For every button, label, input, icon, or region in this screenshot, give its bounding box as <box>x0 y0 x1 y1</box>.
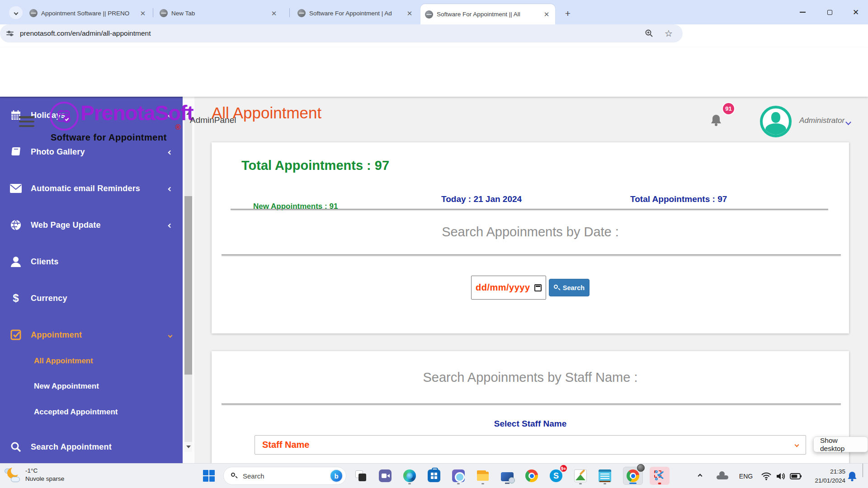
notification-count-badge: 91 <box>722 102 735 115</box>
divider <box>231 209 828 210</box>
admin-panel-label: AdminPanel <box>190 115 236 125</box>
date-picker-calendar-icon[interactable] <box>534 284 542 291</box>
tab-separator <box>289 8 290 17</box>
sidebar-item-clients[interactable]: Clients <box>0 251 183 272</box>
photos-icon <box>452 469 465 482</box>
sidebar-item-web-page-update[interactable]: Web Page Update <box>0 215 183 235</box>
globe-icon <box>10 220 22 230</box>
new-tab-button[interactable]: + <box>561 7 574 20</box>
tab-search-button[interactable] <box>9 6 23 19</box>
sidebar-subitem-all-appointment[interactable]: All Appointment <box>0 352 183 370</box>
prenotasoft-logo-icon[interactable] <box>50 102 79 131</box>
site-settings-icon[interactable] <box>6 30 14 37</box>
notepad-icon <box>599 469 611 482</box>
notes-app-button[interactable] <box>595 467 615 485</box>
chevron-left-icon <box>169 221 172 229</box>
sidebar-item-search-appointment[interactable]: Search Appointment <box>0 436 183 457</box>
edge-app-button[interactable] <box>400 467 420 485</box>
divider <box>222 404 841 404</box>
image-editor-icon <box>574 469 587 482</box>
staff-name-select[interactable]: Staff Name <box>255 435 806 455</box>
taskbar-search-box[interactable]: Search b <box>223 467 346 485</box>
search-placeholder: Search <box>243 472 330 480</box>
tab-1[interactable]: Appointment Software || PRENO ✕ <box>25 4 151 22</box>
image-editor-app-button[interactable] <box>571 467 590 485</box>
search-by-date-button[interactable]: Search <box>549 279 590 296</box>
skype-notification-badge: 9+ <box>559 464 568 473</box>
sidebar-item-currency[interactable]: $ Currency <box>0 288 183 309</box>
user-menu-chevron-down-icon[interactable] <box>846 118 850 126</box>
wifi-icon <box>761 472 771 480</box>
file-explorer-button[interactable] <box>473 467 493 485</box>
browser-tab-strip: Appointment Software || PRENO ✕ New Tab … <box>0 0 868 24</box>
sidebar-subitem-accepted-appointment[interactable]: Accepted Appointment <box>0 403 183 421</box>
tab-separator <box>153 8 153 17</box>
notification-center-button[interactable] <box>844 464 860 488</box>
tab-favicon-icon <box>160 9 168 17</box>
tab-2[interactable]: New Tab ✕ <box>155 4 283 22</box>
taskbar-weather-widget[interactable]: -1°C Nuvole sparse <box>4 466 64 484</box>
url-text[interactable]: prenotasoft.com/en/admin/all-appointment <box>20 29 645 38</box>
sidebar-scrollbar <box>183 97 194 463</box>
staff-search-card: Search Appoinments by Staff Name : Selec… <box>212 351 849 463</box>
window-close-button[interactable]: ✕ <box>850 6 862 18</box>
chat-app-button[interactable] <box>375 467 395 485</box>
battery-tray-icon[interactable] <box>788 464 804 488</box>
windows-taskbar: -1°C Nuvole sparse Search b <box>0 463 868 488</box>
screen: Appointment Software || PRENO ✕ New Tab … <box>0 0 868 488</box>
chrome-active-window-button[interactable] <box>623 467 643 485</box>
user-avatar[interactable] <box>760 106 792 137</box>
store-app-button[interactable] <box>424 467 444 485</box>
zoom-page-icon[interactable] <box>645 29 654 38</box>
checkbox-check-icon <box>10 329 22 340</box>
battery-icon <box>790 473 802 479</box>
start-button[interactable] <box>199 467 219 485</box>
remote-desktop-icon <box>501 472 514 481</box>
tab-3[interactable]: Software For Appointment | Ad ✕ <box>293 4 418 22</box>
date-input-value[interactable]: dd/mm/yyyy <box>476 282 534 293</box>
photos-app-button[interactable] <box>448 467 468 485</box>
snipping-tool-button[interactable] <box>650 467 670 485</box>
running-indicator <box>408 483 411 484</box>
weather-moon-clouds-icon <box>4 466 22 484</box>
scrollbar-thumb[interactable] <box>184 196 192 375</box>
sidebar-item-email-reminders[interactable]: Automatic email Reminders <box>0 178 183 199</box>
tray-show-hidden-icons[interactable] <box>698 464 717 488</box>
onedrive-tray-icon[interactable] <box>717 464 735 488</box>
tab-close-icon[interactable]: ✕ <box>270 9 278 17</box>
language-indicator[interactable]: ENG <box>736 464 756 488</box>
tab-favicon-icon <box>29 9 38 17</box>
person-icon <box>10 256 22 267</box>
bookmark-star-icon[interactable]: ☆ <box>665 28 673 39</box>
wifi-tray-icon[interactable] <box>759 464 774 488</box>
tab-4-active[interactable]: Software For Appointment || All ✕ <box>420 4 555 24</box>
sidebar-toggle-hamburger[interactable] <box>19 116 34 127</box>
divider <box>222 254 841 255</box>
window-minimize-button[interactable] <box>797 6 808 18</box>
sidebar-item-appointment[interactable]: Appointment <box>0 324 183 345</box>
window-maximize-button[interactable] <box>824 6 835 18</box>
clock-date: 21/01/2024 <box>815 476 845 485</box>
bing-icon[interactable]: b <box>330 469 343 483</box>
running-indicator <box>457 483 460 484</box>
tab-close-icon[interactable]: ✕ <box>139 9 147 17</box>
show-desktop-separator[interactable] <box>863 464 863 477</box>
date-input[interactable]: dd/mm/yyyy <box>471 276 546 300</box>
skype-app-button[interactable]: S 9+ <box>546 467 566 485</box>
taskbar-clock[interactable]: 21:35 21/01/2024 <box>806 464 845 488</box>
running-indicator <box>579 483 582 484</box>
chrome-app-button[interactable] <box>522 467 542 485</box>
tab-close-icon[interactable]: ✕ <box>406 9 414 17</box>
volume-tray-icon[interactable] <box>773 464 788 488</box>
tab-close-icon[interactable]: ✕ <box>542 10 551 19</box>
task-view-button[interactable] <box>351 467 371 485</box>
select-staff-name-label: Select Staff Name <box>212 419 849 429</box>
omnibox[interactable]: prenotasoft.com/en/admin/all-appointment… <box>0 24 683 42</box>
sidebar-item-photo-gallery[interactable]: Photo Gallery <box>0 141 183 162</box>
sidebar-subitem-new-appointment[interactable]: New Appointment <box>0 377 183 395</box>
chrome-icon <box>627 469 639 482</box>
weather-description: Nuvole sparse <box>25 475 64 483</box>
scrollbar-down-arrow[interactable] <box>184 442 192 452</box>
remote-desktop-button[interactable] <box>497 467 517 485</box>
notifications-bell-icon[interactable] <box>710 113 722 129</box>
